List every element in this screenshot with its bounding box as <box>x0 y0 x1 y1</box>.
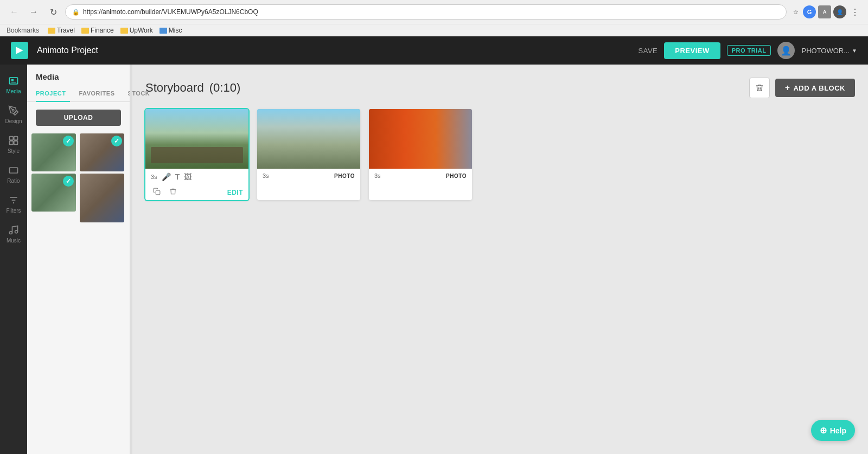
bookmark-misc-label: Misc <box>169 27 182 34</box>
url-bar[interactable]: 🔒 https://animoto.com/builder/VUKEMUWPy6… <box>65 4 787 20</box>
storyboard-title: Storyboard (0:10) <box>145 81 240 95</box>
ratio-label: Ratio <box>7 178 20 184</box>
plus-icon: + <box>785 83 790 93</box>
storyboard-area: Storyboard (0:10) + ADD A BLOCK <box>132 65 868 454</box>
sidebar-item-filters[interactable]: Filters <box>0 189 27 219</box>
svg-rect-9 <box>10 168 18 173</box>
block-duration-1: 3s <box>151 174 157 180</box>
svg-rect-5 <box>10 137 14 140</box>
preview-button[interactable]: PREVIEW <box>664 42 720 59</box>
svg-point-14 <box>15 231 18 233</box>
back-button[interactable]: ← <box>7 4 22 20</box>
svg-rect-7 <box>10 141 14 145</box>
story-block-2[interactable]: 3s PHOTO <box>257 109 360 200</box>
sidebar-item-music[interactable]: Music <box>0 219 27 249</box>
bookmark-finance-label: Finance <box>91 27 114 34</box>
pro-trial-badge[interactable]: PRO TRIAL <box>727 45 771 56</box>
folder-icon <box>48 28 55 34</box>
browser-nav: ← → ↻ 🔒 https://animoto.com/builder/VUKE… <box>0 0 868 24</box>
chevron-down-icon: ▼ <box>852 48 857 54</box>
svg-rect-2 <box>11 79 14 81</box>
story-block-3[interactable]: 3s PHOTO <box>369 109 472 200</box>
save-button[interactable]: SAVE <box>639 47 658 55</box>
block-duration-3: 3s <box>374 172 381 179</box>
svg-point-4 <box>12 110 14 111</box>
trash-icon <box>755 84 764 92</box>
sidebar-item-design[interactable]: Design <box>0 100 27 130</box>
block-type-2: PHOTO <box>334 173 355 179</box>
browser-actions: ☆ G A 👤 ⋮ <box>791 5 861 18</box>
menu-icon[interactable]: ⋮ <box>848 6 861 18</box>
bookmark-misc[interactable]: Misc <box>159 27 182 34</box>
text-icon: T <box>175 172 180 181</box>
help-circle-icon: ⊕ <box>820 425 827 436</box>
block-actions-1: EDIT <box>145 184 248 200</box>
image-icon: 🖼 <box>184 172 192 181</box>
ext-icon[interactable]: A <box>818 5 831 18</box>
header-right: SAVE PREVIEW PRO TRIAL 👤 PHOTOWOR... ▼ <box>639 42 857 59</box>
folder-icon <box>159 28 167 34</box>
lock-icon: 🔒 <box>72 9 80 16</box>
music-icon <box>8 225 19 235</box>
music-label: Music <box>7 238 21 244</box>
story-blocks: 3s 🎤 T 🖼 <box>145 109 855 200</box>
media-label: Media <box>6 88 21 94</box>
thumbnail-check-2: ✓ <box>111 136 122 146</box>
bookmark-travel[interactable]: Travel <box>48 27 75 34</box>
app-title: Animoto Project <box>37 46 630 55</box>
forward-button[interactable]: → <box>26 4 41 20</box>
media-panel-title: Media <box>27 65 130 86</box>
story-block-1[interactable]: 3s 🎤 T 🖼 <box>145 109 248 200</box>
style-label: Style <box>8 148 20 154</box>
add-block-button[interactable]: + ADD A BLOCK <box>775 79 855 97</box>
bookmark-finance[interactable]: Finance <box>81 27 114 34</box>
reload-button[interactable]: ↻ <box>46 4 61 20</box>
block-image-3 <box>369 109 472 169</box>
block-image-2 <box>257 109 360 169</box>
block-footer-2: 3s PHOTO <box>257 169 360 182</box>
bookmark-upwork-label: UpWork <box>130 27 153 34</box>
user-menu[interactable]: PHOTOWOR... ▼ <box>801 47 857 55</box>
media-thumbnail-3[interactable]: ✓ <box>31 174 76 212</box>
icon-sidebar: Media Design Style Ratio <box>0 65 27 454</box>
ratio-icon <box>8 165 19 176</box>
block-preview-1 <box>145 109 248 169</box>
media-icon <box>8 75 19 86</box>
delete-block-button[interactable] <box>749 78 770 98</box>
help-button[interactable]: ⊕ Help <box>811 420 855 441</box>
edit-block-button[interactable]: EDIT <box>227 189 243 196</box>
block-preview-3 <box>369 109 472 169</box>
block-type-3: PHOTO <box>446 173 467 179</box>
g-icon[interactable]: G <box>803 5 816 18</box>
media-thumbnail-2[interactable]: ✓ <box>80 133 124 171</box>
upload-button[interactable]: UPLOAD <box>36 110 121 126</box>
filters-icon <box>8 195 19 206</box>
star-icon[interactable]: ☆ <box>791 8 801 17</box>
user-avatar[interactable]: 👤 <box>777 42 795 59</box>
style-icon <box>8 135 19 146</box>
thumbnail-check-1: ✓ <box>63 136 74 146</box>
delete-current-block-button[interactable] <box>167 187 179 198</box>
bookmark-upwork[interactable]: UpWork <box>120 27 153 34</box>
svg-rect-8 <box>14 141 18 145</box>
media-thumbnail-1[interactable]: ✓ <box>31 133 76 171</box>
bookmark-bar: Bookmarks Travel Finance UpWork Misc <box>0 24 868 36</box>
sidebar-item-style[interactable]: Style <box>0 130 27 159</box>
profile-icon[interactable]: 👤 <box>833 5 846 18</box>
duplicate-block-button[interactable] <box>151 187 163 198</box>
sidebar-item-ratio[interactable]: Ratio <box>0 159 27 189</box>
bookmark-travel-label: Travel <box>57 27 75 34</box>
media-thumbnail-4[interactable] <box>80 174 124 222</box>
url-text: https://animoto.com/builder/VUKEMUWPy6A5… <box>83 8 258 16</box>
app-header: Animoto Project SAVE PREVIEW PRO TRIAL 👤… <box>0 36 868 65</box>
browser-chrome: ← → ↻ 🔒 https://animoto.com/builder/VUKE… <box>0 0 868 36</box>
thumbnail-image-4 <box>80 174 124 222</box>
design-icon <box>8 105 19 116</box>
block-duration-2: 3s <box>263 172 269 179</box>
app-logo <box>11 42 28 59</box>
tab-favorites[interactable]: FAVORITES <box>74 86 119 102</box>
sidebar-item-media[interactable]: Media <box>0 70 27 100</box>
username-label: PHOTOWOR... <box>801 47 850 55</box>
thumbnail-check-3: ✓ <box>63 176 74 187</box>
tab-project[interactable]: PROJECT <box>36 86 70 102</box>
